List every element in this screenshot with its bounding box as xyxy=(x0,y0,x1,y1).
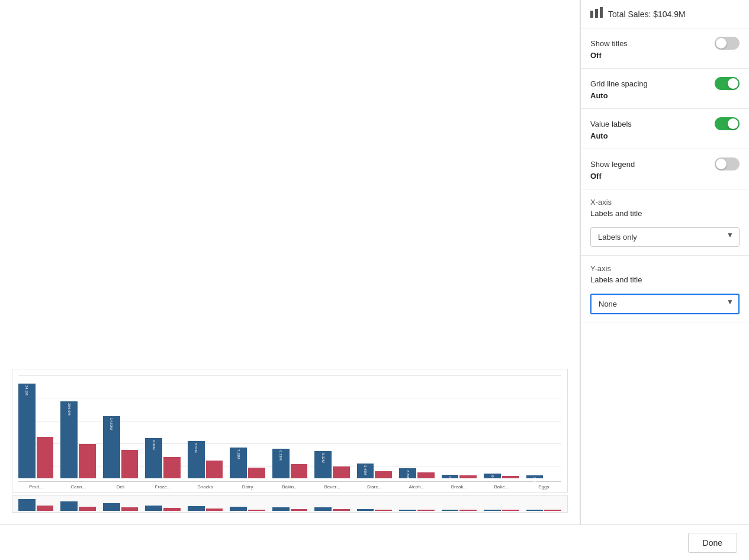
show-legend-section: Show legend Off xyxy=(581,149,749,189)
bar-blue[interactable]: 842.3k xyxy=(484,474,501,478)
grid-line-spacing-toggle[interactable] xyxy=(715,77,740,90)
bar-value-label: 842.3k xyxy=(491,475,494,486)
category-label: Starc... xyxy=(357,484,392,490)
x-axis-select[interactable]: Labels only Title only Both None xyxy=(590,227,740,247)
category-label: Snacks xyxy=(188,484,223,490)
bar-blue[interactable]: 245.22k xyxy=(526,475,544,478)
bar-red[interactable] xyxy=(333,466,350,478)
bar-red[interactable] xyxy=(37,437,54,478)
bar-blue[interactable]: 7.18M xyxy=(230,448,247,478)
bar-blue[interactable]: 14.63M xyxy=(103,416,120,478)
bar-value-label: 678.25k xyxy=(448,477,452,489)
show-titles-track xyxy=(715,37,740,50)
footer: Done xyxy=(0,524,749,560)
mini-bar-group xyxy=(18,499,53,511)
bar-blue[interactable]: 8.63M xyxy=(188,441,205,478)
bar-group: 24.1M xyxy=(18,384,53,478)
category-label: Break... xyxy=(442,484,477,490)
mini-bar-blue xyxy=(357,509,374,511)
grid-line xyxy=(18,398,561,398)
category-label: Bake... xyxy=(484,484,519,490)
mini-bar-group xyxy=(188,506,223,511)
bar-group: 7.18M xyxy=(230,448,265,478)
bar-blue[interactable]: 6.73M xyxy=(272,449,290,478)
bar-group: 14.63M xyxy=(103,416,138,478)
show-titles-value: Off xyxy=(590,51,740,60)
bar-group: 678.25k xyxy=(442,475,477,478)
mini-bar-group xyxy=(145,506,180,511)
mini-bar-red xyxy=(459,510,477,511)
show-legend-label: Show legend xyxy=(590,160,635,169)
mini-bar-group xyxy=(442,510,477,511)
mini-bar-red xyxy=(333,509,350,511)
mini-bar-blue xyxy=(442,510,459,511)
mini-bar-group xyxy=(484,510,519,511)
bar-red[interactable] xyxy=(502,476,519,478)
svg-rect-1 xyxy=(595,9,598,18)
bar-red[interactable] xyxy=(206,461,223,478)
x-axis-sub-label: Labels and title xyxy=(590,209,740,218)
bar-group: 2B6.9M xyxy=(60,401,95,478)
mini-bar-red xyxy=(163,508,181,511)
mini-bar-blue xyxy=(484,510,501,511)
bar-blue[interactable]: 2B6.9M xyxy=(60,401,78,478)
bar-group: 245.22k xyxy=(526,475,561,478)
mini-bar-red xyxy=(291,509,308,511)
mini-bar-blue xyxy=(188,506,205,511)
value-labels-row: Value labels xyxy=(590,117,740,130)
x-axis-section: X-axis Labels and title Labels only Titl… xyxy=(581,189,749,256)
bar-group: 8.63M xyxy=(188,441,223,478)
bar-red[interactable] xyxy=(163,457,181,478)
chart-icon xyxy=(590,7,603,21)
bar-red[interactable] xyxy=(121,450,139,478)
bar-group: 9.49M xyxy=(145,438,180,478)
mini-bar-red xyxy=(248,510,265,511)
svg-rect-2 xyxy=(600,7,603,18)
grid-line-spacing-label: Grid line spacing xyxy=(590,79,648,88)
mini-bar-blue xyxy=(272,507,290,511)
grid-line-spacing-row: Grid line spacing xyxy=(590,77,740,90)
mini-bar-group xyxy=(399,510,434,511)
show-titles-label: Show titles xyxy=(590,39,628,48)
bar-blue[interactable]: 24.1M xyxy=(18,384,36,478)
bar-red[interactable] xyxy=(417,472,435,478)
category-label: Cann... xyxy=(60,484,95,490)
bar-blue[interactable]: 9.49M xyxy=(145,438,162,478)
mini-bar-blue xyxy=(526,510,544,511)
bar-red[interactable] xyxy=(291,464,308,478)
bar-red[interactable] xyxy=(248,468,265,478)
show-titles-toggle[interactable] xyxy=(715,37,740,50)
chart-area: 24.1M2B6.9M14.63M9.49M8.63M7.18M6.73M6.3… xyxy=(0,0,580,524)
mini-bar-group xyxy=(272,507,307,511)
grid-line xyxy=(18,421,561,421)
mini-bar-red xyxy=(417,510,435,511)
category-labels: Prod...Cann...DeliFroze...SnacksDairyBak… xyxy=(18,482,561,492)
show-legend-track xyxy=(715,157,740,170)
mini-bar-red xyxy=(206,508,223,511)
bar-blue[interactable]: 2.29M xyxy=(399,468,416,478)
value-labels-thumb xyxy=(728,118,738,129)
bar-blue[interactable]: 6.32M xyxy=(314,451,332,478)
mini-bar-blue xyxy=(60,501,78,511)
bar-red[interactable] xyxy=(375,471,392,478)
done-button[interactable]: Done xyxy=(688,533,737,553)
mini-chart[interactable] xyxy=(12,495,568,513)
bar-blue[interactable]: 3.49M xyxy=(357,464,374,478)
value-labels-track xyxy=(715,117,740,130)
mini-bar-blue xyxy=(230,507,247,511)
bar-red[interactable] xyxy=(79,444,96,478)
category-label: Alcoh... xyxy=(399,484,434,490)
bar-value-label: 3.49M xyxy=(364,465,367,475)
x-axis-dropdown-wrapper: Labels only Title only Both None ▼ xyxy=(590,223,740,247)
category-label: Prod... xyxy=(18,484,53,490)
category-label: Deli xyxy=(103,484,138,490)
value-labels-section: Value labels Auto xyxy=(581,109,749,149)
bar-red[interactable] xyxy=(459,475,477,478)
grid-line-spacing-thumb xyxy=(728,78,738,89)
mini-bar-blue xyxy=(314,507,332,511)
bar-blue[interactable]: 678.25k xyxy=(442,475,459,478)
show-legend-toggle[interactable] xyxy=(715,157,740,170)
value-labels-toggle[interactable] xyxy=(715,117,740,130)
y-axis-select[interactable]: None Labels only Title only Both xyxy=(590,294,740,314)
mini-bar-group xyxy=(103,503,138,511)
